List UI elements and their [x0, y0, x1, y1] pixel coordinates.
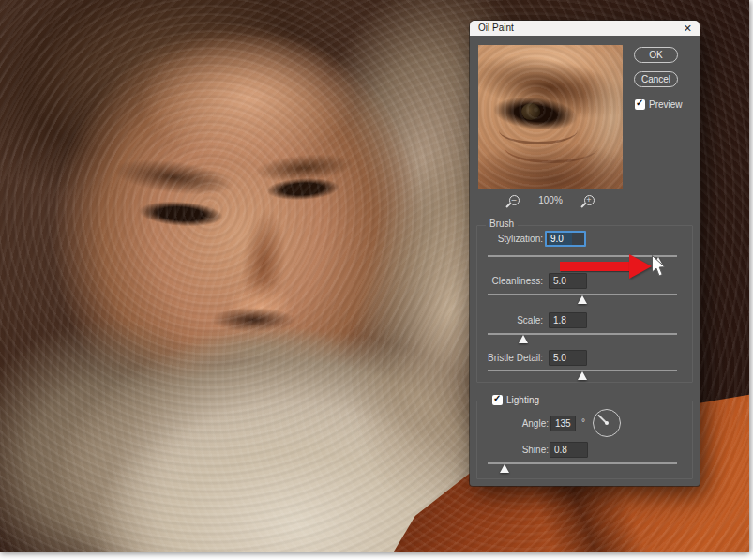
angle-dial-center	[605, 421, 609, 425]
check-icon: ✓	[636, 98, 643, 108]
ok-button[interactable]: OK	[634, 47, 678, 63]
scale-label: Scale:	[470, 312, 543, 328]
angle-row: Angle: °	[470, 416, 693, 431]
close-icon[interactable]: ✕	[684, 22, 692, 35]
bristle-detail-input[interactable]	[549, 350, 587, 366]
bristle-detail-label: Bristle Detail:	[470, 350, 543, 366]
degree-symbol: °	[581, 416, 585, 430]
preview-texture	[478, 45, 623, 189]
scale-row: Scale:	[470, 312, 693, 328]
minus-icon: –	[510, 196, 518, 204]
dialog-titlebar[interactable]: Oil Paint ✕	[470, 21, 700, 36]
annotation-arrow-head	[629, 254, 652, 279]
stylization-label: Stylization:	[470, 231, 543, 247]
shine-slider[interactable]	[488, 460, 677, 472]
brush-group-label: Brush	[486, 219, 518, 229]
lighting-checkbox-label: Lighting	[506, 395, 539, 405]
zoom-out-button[interactable]: –	[509, 195, 520, 205]
preview-checkbox[interactable]: ✓ Preview	[635, 99, 691, 111]
shine-input[interactable]	[550, 442, 588, 458]
annotation-arrow	[560, 262, 633, 271]
stylization-row: Stylization:	[470, 231, 693, 247]
cleanliness-input[interactable]	[549, 273, 587, 289]
shine-slider-thumb[interactable]	[500, 464, 509, 473]
shine-row: Shine:	[470, 442, 693, 458]
angle-input[interactable]	[550, 416, 576, 431]
plus-icon: +	[585, 196, 593, 204]
oil-paint-dialog: Oil Paint ✕ OK Cancel ✓ Preview – 100% +	[470, 21, 700, 486]
scale-slider[interactable]	[488, 330, 677, 342]
dialog-title: Oil Paint	[478, 23, 514, 33]
checkbox-box: ✓	[492, 395, 503, 405]
preview-checkbox-label: Preview	[649, 99, 683, 110]
cursor-pointer	[651, 254, 667, 278]
cleanliness-slider-thumb[interactable]	[578, 295, 587, 304]
scale-slider-thumb[interactable]	[519, 335, 528, 343]
bristle-detail-row: Bristle Detail:	[470, 350, 693, 366]
lighting-checkbox[interactable]: ✓ Lighting	[492, 395, 558, 406]
bristle-detail-slider-thumb[interactable]	[578, 371, 587, 380]
angle-label: Angle:	[470, 416, 549, 431]
cancel-button[interactable]: Cancel	[634, 71, 678, 87]
shine-label: Shine:	[470, 442, 549, 458]
scale-input[interactable]	[549, 312, 587, 328]
check-icon: ✓	[493, 393, 501, 403]
stylization-input[interactable]	[545, 231, 586, 247]
cleanliness-label: Cleanliness:	[470, 273, 543, 289]
bristle-detail-slider[interactable]	[488, 367, 677, 379]
zoom-in-button[interactable]: +	[584, 195, 595, 205]
filter-preview-thumbnail[interactable]	[478, 45, 623, 189]
angle-dial[interactable]	[593, 409, 621, 437]
cleanliness-slider[interactable]	[488, 291, 677, 303]
screenshot-stage: Oil Paint ✕ OK Cancel ✓ Preview – 100% +	[0, 0, 753, 560]
zoom-level: 100%	[532, 195, 569, 205]
checkbox-box: ✓	[635, 99, 645, 110]
